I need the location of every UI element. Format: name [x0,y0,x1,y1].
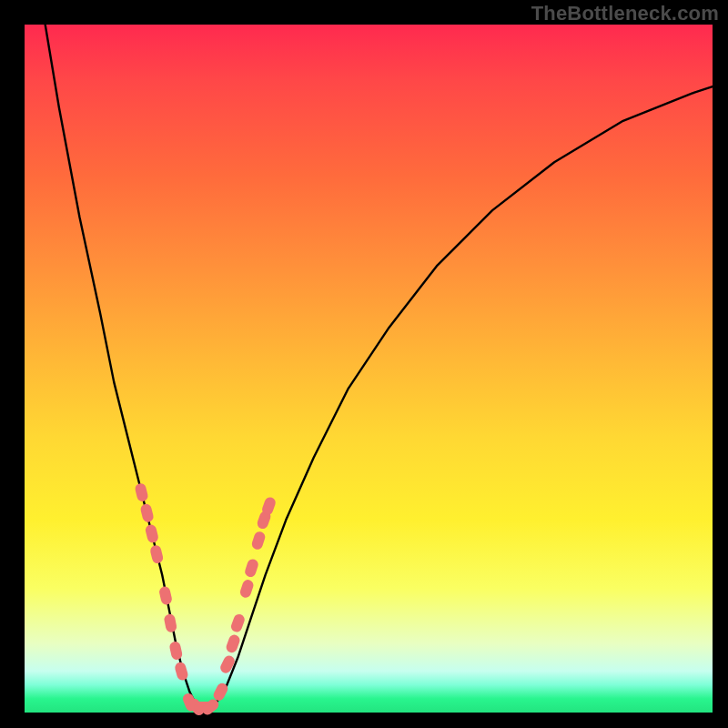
chart-svg [25,25,713,713]
highlight-marker [163,613,177,633]
svg-rect-1 [139,503,154,523]
highlight-marker [238,579,255,600]
highlight-marker [168,641,183,661]
highlight-marker [225,633,241,654]
highlight-marker [250,531,267,551]
svg-rect-17 [244,558,260,579]
svg-rect-18 [250,531,267,551]
svg-rect-15 [229,612,246,633]
highlight-marker [149,544,164,564]
highlight-marker [218,653,237,674]
curve-layer [46,25,713,709]
svg-rect-3 [149,544,164,564]
watermark-text: TheBottleneck.com [531,2,719,25]
svg-rect-4 [158,585,173,605]
svg-rect-5 [163,613,177,633]
highlight-marker [134,482,148,502]
highlight-marker [145,523,159,543]
highlight-marker [139,503,154,523]
highlight-marker [229,612,246,633]
bottleneck-curve [46,25,713,709]
marker-layer [134,482,277,718]
plot-area [25,25,713,713]
highlight-marker [158,585,173,605]
highlight-marker [174,661,189,682]
svg-rect-13 [218,653,237,674]
svg-rect-0 [134,482,148,502]
svg-rect-14 [225,633,241,654]
svg-rect-6 [168,641,183,661]
chart-frame: TheBottleneck.com [0,0,728,728]
highlight-marker [244,558,260,579]
svg-rect-2 [145,523,159,543]
svg-rect-16 [238,579,255,600]
svg-rect-7 [174,661,189,682]
